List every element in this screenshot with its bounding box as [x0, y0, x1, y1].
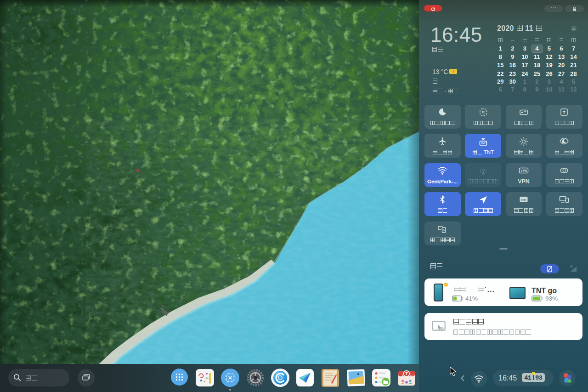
svg-text:CC: CC	[521, 198, 526, 202]
svg-text:T: T	[563, 110, 566, 115]
svg-text:T: T	[405, 371, 408, 376]
svg-text:VPN: VPN	[520, 169, 527, 172]
svg-text:TNT: TNT	[481, 142, 486, 145]
